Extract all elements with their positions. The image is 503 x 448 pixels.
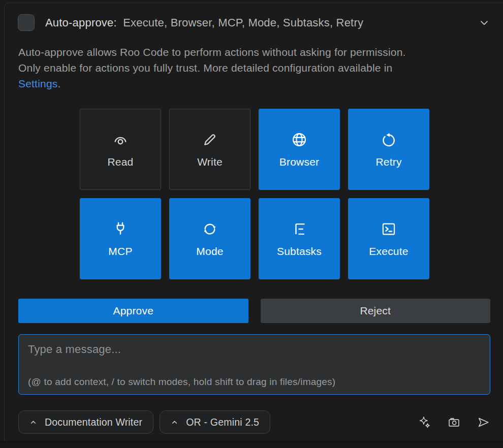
model-selector[interactable]: OR - Gemini 2.5: [160, 410, 270, 434]
chevron-up-icon: [171, 419, 178, 426]
pencil-icon: [201, 131, 218, 148]
camera-icon[interactable]: [447, 415, 461, 429]
toggle-label: Execute: [369, 245, 408, 258]
chevron-up-icon: [29, 419, 37, 426]
settings-link[interactable]: Settings: [18, 78, 57, 89]
description-suffix: .: [57, 78, 60, 89]
terminal-icon: [380, 220, 397, 238]
reject-button[interactable]: Reject: [261, 299, 491, 323]
chat-placeholder: Type a message...: [28, 343, 121, 356]
refresh-icon: [380, 131, 397, 148]
auto-approve-checkbox[interactable]: [18, 14, 35, 31]
sync-icon: [201, 220, 218, 238]
auto-approve-summary: Execute, Browser, MCP, Mode, Subtasks, R…: [123, 16, 363, 29]
list-tree-icon: [291, 220, 308, 238]
model-selector-label: OR - Gemini 2.5: [186, 417, 259, 428]
action-buttons: Approve Reject: [18, 299, 490, 323]
globe-icon: [291, 131, 308, 148]
toggle-label: Read: [107, 156, 133, 168]
toggle-execute[interactable]: Execute: [348, 198, 429, 279]
send-icon[interactable]: [477, 415, 490, 429]
toggle-label: Subtasks: [277, 245, 322, 258]
toggle-mcp[interactable]: MCP: [80, 198, 161, 279]
auto-approve-header: Auto-approve: Execute, Browser, MCP, Mod…: [18, 14, 490, 31]
toggle-label: Write: [197, 156, 223, 168]
auto-approve-panel: Auto-approve: Execute, Browser, MCP, Mod…: [4, 3, 503, 448]
sparkle-icon[interactable]: [418, 415, 431, 429]
chat-input[interactable]: Type a message... (@ to add context, / t…: [18, 334, 490, 395]
auto-approve-label: Auto-approve:: [45, 16, 117, 29]
chevron-down-icon[interactable]: [478, 17, 490, 29]
auto-approve-title[interactable]: Auto-approve: Execute, Browser, MCP, Mod…: [45, 16, 363, 29]
auto-approve-description: Auto-approve allows Roo Code to perform …: [18, 44, 490, 91]
toggle-subtasks[interactable]: Subtasks: [259, 198, 340, 279]
toggle-retry[interactable]: Retry: [348, 109, 429, 190]
footer-icons: [418, 415, 490, 429]
toggle-label: Browser: [279, 156, 319, 168]
toggle-browser[interactable]: Browser: [259, 109, 340, 190]
auto-approve-toggle-grid: Read Write Browser Retry MCP: [80, 109, 429, 279]
chat-hint: (@ to add context, / to switch modes, ho…: [28, 376, 335, 388]
description-line2: Only enable for actions you fully trust.…: [18, 62, 392, 74]
plug-icon: [112, 220, 129, 238]
footer-bar: Documentation Writer OR - Gemini 2.5: [18, 410, 490, 434]
toggle-read[interactable]: Read: [80, 109, 161, 190]
toggle-label: Retry: [375, 156, 401, 168]
panel-bottom-divider: [0, 441, 503, 448]
toggle-label: MCP: [108, 245, 132, 258]
description-line1: Auto-approve allows Roo Code to perform …: [18, 46, 406, 58]
mode-selector-label: Documentation Writer: [45, 417, 142, 428]
approve-button[interactable]: Approve: [18, 299, 248, 323]
mode-selector[interactable]: Documentation Writer: [18, 410, 153, 434]
toggle-label: Mode: [196, 245, 223, 258]
toggle-write[interactable]: Write: [169, 109, 250, 190]
eye-icon: [112, 131, 129, 148]
toggle-mode[interactable]: Mode: [169, 198, 250, 279]
